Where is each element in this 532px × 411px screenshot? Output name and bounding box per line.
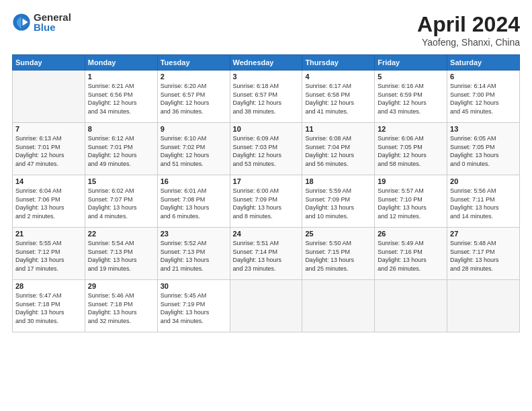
day-number: 25 [305,230,371,238]
day-info: Sunrise: 6:01 AM Sunset: 7:08 PM Dayligh… [161,187,227,220]
day-cell: 1Sunrise: 6:21 AM Sunset: 6:56 PM Daylig… [85,71,157,123]
day-info: Sunrise: 5:54 AM Sunset: 7:13 PM Dayligh… [88,239,154,273]
day-info: Sunrise: 5:56 AM Sunset: 7:11 PM Dayligh… [450,187,517,220]
day-cell [375,280,447,332]
day-info: Sunrise: 6:00 AM Sunset: 7:09 PM Dayligh… [233,187,300,220]
day-number: 19 [378,177,444,185]
day-number: 11 [305,125,371,133]
calendar-table: SundayMondayTuesdayWednesdayThursdayFrid… [12,54,520,332]
day-number: 2 [161,73,227,81]
day-info: Sunrise: 6:14 AM Sunset: 7:00 PM Dayligh… [450,82,517,116]
day-number: 15 [88,177,154,185]
day-cell [447,280,520,332]
day-cell: 22Sunrise: 5:54 AM Sunset: 7:13 PM Dayli… [85,228,157,280]
day-info: Sunrise: 6:18 AM Sunset: 6:57 PM Dayligh… [233,82,300,116]
header-cell-wednesday: Wednesday [230,55,302,71]
day-info: Sunrise: 5:52 AM Sunset: 7:13 PM Dayligh… [161,239,227,273]
calendar-body: 1Sunrise: 6:21 AM Sunset: 6:56 PM Daylig… [13,71,520,332]
day-number: 21 [15,230,82,238]
day-number: 3 [233,73,300,81]
day-number: 13 [450,125,517,133]
header-cell-friday: Friday [375,55,447,71]
day-cell: 28Sunrise: 5:47 AM Sunset: 7:18 PM Dayli… [13,280,85,332]
page: General Blue April 2024 Yaofeng, Shanxi,… [0,0,532,411]
location-subtitle: Yaofeng, Shanxi, China [417,37,520,48]
week-row-2: 7Sunrise: 6:13 AM Sunset: 7:01 PM Daylig… [13,123,520,175]
day-info: Sunrise: 6:05 AM Sunset: 7:05 PM Dayligh… [450,134,517,168]
day-cell: 3Sunrise: 6:18 AM Sunset: 6:57 PM Daylig… [230,71,302,123]
day-number: 30 [161,282,227,290]
day-info: Sunrise: 5:48 AM Sunset: 7:17 PM Dayligh… [450,239,517,273]
day-number: 20 [450,177,517,185]
day-info: Sunrise: 6:12 AM Sunset: 7:01 PM Dayligh… [88,134,154,168]
week-row-5: 28Sunrise: 5:47 AM Sunset: 7:18 PM Dayli… [13,280,520,332]
day-number: 22 [88,230,154,238]
day-info: Sunrise: 6:06 AM Sunset: 7:05 PM Dayligh… [378,134,444,168]
day-info: Sunrise: 5:50 AM Sunset: 7:15 PM Dayligh… [305,239,371,273]
day-cell: 6Sunrise: 6:14 AM Sunset: 7:00 PM Daylig… [447,71,520,123]
day-info: Sunrise: 6:20 AM Sunset: 6:57 PM Dayligh… [161,82,227,116]
day-cell: 13Sunrise: 6:05 AM Sunset: 7:05 PM Dayli… [447,123,520,175]
day-number: 8 [88,125,154,133]
day-info: Sunrise: 5:45 AM Sunset: 7:19 PM Dayligh… [161,291,227,325]
day-info: Sunrise: 5:47 AM Sunset: 7:18 PM Dayligh… [15,291,82,325]
day-info: Sunrise: 5:55 AM Sunset: 7:12 PM Dayligh… [15,239,82,273]
day-cell: 18Sunrise: 5:59 AM Sunset: 7:09 PM Dayli… [302,175,375,228]
logo: General Blue [12,12,71,32]
day-cell: 17Sunrise: 6:00 AM Sunset: 7:09 PM Dayli… [230,175,302,228]
day-cell [13,71,85,123]
day-number: 12 [378,125,444,133]
day-info: Sunrise: 5:59 AM Sunset: 7:09 PM Dayligh… [305,187,371,220]
day-cell: 25Sunrise: 5:50 AM Sunset: 7:15 PM Dayli… [302,228,375,280]
day-cell: 20Sunrise: 5:56 AM Sunset: 7:11 PM Dayli… [447,175,520,228]
logo-icon [12,13,31,32]
day-cell: 24Sunrise: 5:51 AM Sunset: 7:14 PM Dayli… [230,228,302,280]
header-row: SundayMondayTuesdayWednesdayThursdayFrid… [13,55,520,71]
day-number: 27 [450,230,517,238]
logo-general: General [34,12,71,22]
day-number: 7 [15,125,82,133]
day-info: Sunrise: 6:02 AM Sunset: 7:07 PM Dayligh… [88,187,154,220]
day-number: 24 [233,230,300,238]
day-cell: 30Sunrise: 5:45 AM Sunset: 7:19 PM Dayli… [157,280,230,332]
day-number: 18 [305,177,371,185]
day-info: Sunrise: 6:16 AM Sunset: 6:59 PM Dayligh… [378,82,444,116]
logo-text: General Blue [34,12,71,32]
day-cell: 27Sunrise: 5:48 AM Sunset: 7:17 PM Dayli… [447,228,520,280]
day-cell: 23Sunrise: 5:52 AM Sunset: 7:13 PM Dayli… [157,228,230,280]
week-row-1: 1Sunrise: 6:21 AM Sunset: 6:56 PM Daylig… [13,71,520,123]
header-cell-thursday: Thursday [302,55,375,71]
day-cell: 8Sunrise: 6:12 AM Sunset: 7:01 PM Daylig… [85,123,157,175]
day-number: 26 [378,230,444,238]
title-block: April 2024 Yaofeng, Shanxi, China [417,12,520,48]
day-cell [302,280,375,332]
day-cell: 21Sunrise: 5:55 AM Sunset: 7:12 PM Dayli… [13,228,85,280]
day-cell: 11Sunrise: 6:08 AM Sunset: 7:04 PM Dayli… [302,123,375,175]
header-cell-sunday: Sunday [13,55,85,71]
day-info: Sunrise: 5:51 AM Sunset: 7:14 PM Dayligh… [233,239,300,273]
day-cell: 19Sunrise: 5:57 AM Sunset: 7:10 PM Dayli… [375,175,447,228]
day-cell: 26Sunrise: 5:49 AM Sunset: 7:16 PM Dayli… [375,228,447,280]
header: General Blue April 2024 Yaofeng, Shanxi,… [12,12,520,48]
day-cell: 29Sunrise: 5:46 AM Sunset: 7:18 PM Dayli… [85,280,157,332]
header-cell-saturday: Saturday [447,55,520,71]
day-cell: 4Sunrise: 6:17 AM Sunset: 6:58 PM Daylig… [302,71,375,123]
header-cell-monday: Monday [85,55,157,71]
day-cell: 2Sunrise: 6:20 AM Sunset: 6:57 PM Daylig… [157,71,230,123]
day-info: Sunrise: 6:21 AM Sunset: 6:56 PM Dayligh… [88,82,154,116]
day-number: 6 [450,73,517,81]
day-info: Sunrise: 5:49 AM Sunset: 7:16 PM Dayligh… [378,239,444,273]
day-number: 29 [88,282,154,290]
day-number: 9 [161,125,227,133]
day-number: 1 [88,73,154,81]
day-info: Sunrise: 6:13 AM Sunset: 7:01 PM Dayligh… [15,134,82,168]
day-info: Sunrise: 6:04 AM Sunset: 7:06 PM Dayligh… [15,187,82,220]
day-cell: 16Sunrise: 6:01 AM Sunset: 7:08 PM Dayli… [157,175,230,228]
week-row-4: 21Sunrise: 5:55 AM Sunset: 7:12 PM Dayli… [13,228,520,280]
day-cell: 15Sunrise: 6:02 AM Sunset: 7:07 PM Dayli… [85,175,157,228]
day-info: Sunrise: 5:57 AM Sunset: 7:10 PM Dayligh… [378,187,444,220]
day-number: 16 [161,177,227,185]
day-number: 17 [233,177,300,185]
month-title: April 2024 [417,12,520,37]
day-cell: 9Sunrise: 6:10 AM Sunset: 7:02 PM Daylig… [157,123,230,175]
